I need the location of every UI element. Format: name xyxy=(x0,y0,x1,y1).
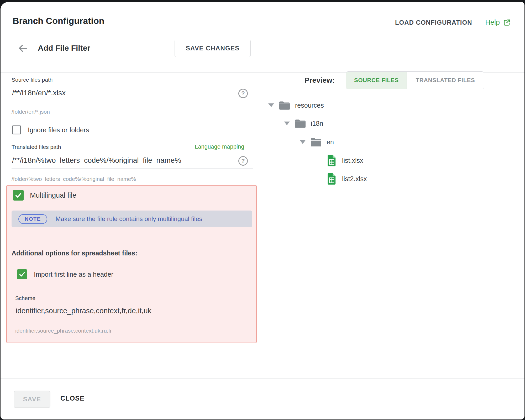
check-icon xyxy=(19,271,25,277)
translated-path-hint: /folder/%two_letters_code%/%original_fil… xyxy=(12,176,136,182)
dialog-subtitle: Add File Filter xyxy=(38,44,90,52)
multilingual-highlight-panel xyxy=(6,185,257,343)
close-button[interactable]: CLOSE xyxy=(59,394,86,402)
ignore-files-label: Ignore files or folders xyxy=(28,126,89,134)
tree-row-folder[interactable]: en xyxy=(300,133,334,151)
back-arrow-button[interactable] xyxy=(17,44,29,53)
check-icon xyxy=(15,192,22,199)
translated-path-help-icon[interactable]: ? xyxy=(238,156,248,166)
caret-down-icon[interactable] xyxy=(300,140,306,144)
caret-down-icon[interactable] xyxy=(284,122,290,125)
tree-row-folder[interactable]: i18n xyxy=(284,114,323,133)
tree-label: en xyxy=(327,138,334,146)
external-link-icon xyxy=(503,19,511,27)
tree-row-file[interactable]: list2.xlsx xyxy=(327,170,367,188)
header-actions: LOAD CONFIGURATION Help xyxy=(393,18,511,27)
load-configuration-button[interactable]: LOAD CONFIGURATION xyxy=(393,19,474,27)
checkbox-unchecked-icon[interactable] xyxy=(12,125,21,134)
multilingual-label: Multilingual file xyxy=(30,191,76,200)
tree-label: resources xyxy=(295,102,324,109)
tree-row-file[interactable]: list.xlsx xyxy=(327,151,363,170)
import-header-label: Import first line as a header xyxy=(34,271,113,278)
translated-path-input[interactable] xyxy=(12,156,253,169)
spreadsheet-file-icon xyxy=(327,155,336,166)
tab-translated-files[interactable]: TRANSLATED FILES xyxy=(407,72,484,89)
tree-label: i18n xyxy=(311,120,323,127)
dialog-card: Branch Configuration LOAD CONFIGURATION … xyxy=(1,2,524,419)
branch-configuration-dialog: Branch Configuration LOAD CONFIGURATION … xyxy=(0,0,525,420)
page-title: Branch Configuration xyxy=(13,16,104,26)
checkbox-checked-icon[interactable] xyxy=(13,190,24,201)
source-path-help-icon[interactable]: ? xyxy=(238,89,248,98)
tab-source-files[interactable]: SOURCE FILES xyxy=(346,72,407,89)
folder-icon xyxy=(295,119,306,128)
folder-icon xyxy=(279,101,290,110)
note-banner: NOTE Make sure the file rule contains on… xyxy=(12,211,252,227)
save-changes-button[interactable]: SAVE CHANGES xyxy=(175,40,251,57)
source-path-hint: /folder/en/*.json xyxy=(12,109,50,115)
spreadsheet-options-heading: Additional options for spreadsheet files… xyxy=(12,249,137,257)
tree-row-folder[interactable]: resources xyxy=(268,96,324,114)
scheme-input[interactable] xyxy=(15,307,252,319)
source-path-label: Source files path xyxy=(12,77,52,83)
back-arrow-icon xyxy=(17,44,29,53)
tree-label: list2.xlsx xyxy=(342,175,367,183)
multilingual-checkbox[interactable]: Multilingual file xyxy=(13,190,76,201)
source-path-input[interactable] xyxy=(12,89,253,101)
tree-label: list.xlsx xyxy=(342,157,363,164)
ignore-files-checkbox[interactable]: Ignore files or folders xyxy=(12,125,89,134)
note-text: Make sure the file rule contains only mu… xyxy=(56,215,202,223)
preview-tab-group: SOURCE FILES TRANSLATED FILES xyxy=(346,71,484,89)
folder-icon xyxy=(311,138,321,146)
footer-divider xyxy=(1,378,524,379)
save-button[interactable]: SAVE xyxy=(14,391,50,408)
help-link-label: Help xyxy=(485,18,500,27)
caret-down-icon[interactable] xyxy=(268,103,274,107)
scheme-label: Scheme xyxy=(15,295,35,301)
preview-label: Preview: xyxy=(304,76,335,85)
help-link[interactable]: Help xyxy=(485,18,511,27)
spreadsheet-file-icon xyxy=(327,173,336,185)
checkbox-checked-icon[interactable] xyxy=(17,269,27,279)
scheme-hint: identifier,source_phrase,context,uk,ru,f… xyxy=(15,328,112,334)
note-badge: NOTE xyxy=(18,214,47,224)
language-mapping-link[interactable]: Language mapping xyxy=(195,143,244,150)
translated-path-label: Translated files path xyxy=(12,144,61,150)
import-header-checkbox[interactable]: Import first line as a header xyxy=(17,269,113,279)
